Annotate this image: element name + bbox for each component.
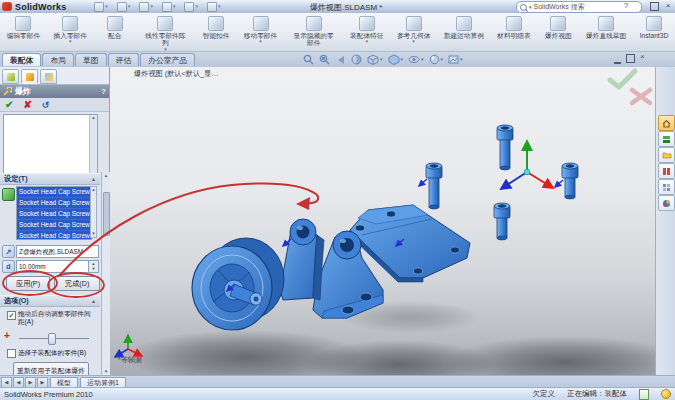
ribbon-button-new-motion-study[interactable]: 新建运动算例 [437, 15, 491, 40]
screw-part-4[interactable] [494, 203, 510, 240]
save-button[interactable]: ▾ [139, 2, 153, 12]
zoom-area-button[interactable] [319, 54, 330, 65]
motion-study-tab[interactable]: 运动算例1 [80, 377, 126, 388]
settings-section-header[interactable]: 设定(T) ▲ [0, 173, 100, 185]
view-palette-button[interactable] [658, 179, 675, 195]
autospace-checkbox[interactable]: ✓ [7, 311, 16, 320]
file-explorer-button[interactable] [658, 147, 675, 163]
done-button[interactable]: 完成(D) [54, 276, 100, 291]
zoom-fit-button[interactable] [303, 54, 314, 65]
document-minimize-button[interactable] [614, 53, 621, 64]
ribbon-button-show-hidden-components[interactable]: 显示隐藏的零部件 [284, 15, 343, 48]
spacing-slider-thumb[interactable] [48, 333, 56, 345]
ribbon-button-mate[interactable]: 配合 [94, 15, 136, 40]
section-view-button[interactable] [351, 54, 362, 65]
components-to-explode-list[interactable]: Socket Head Cap Screw Socket Head Cap Sc… [16, 186, 92, 240]
display-style-button[interactable]: ▾ [388, 54, 404, 65]
prev-tab-button[interactable]: ◀ [13, 377, 24, 388]
explode-steps-box[interactable]: ▲ [3, 114, 98, 174]
first-tab-button[interactable]: ◀ [1, 377, 12, 388]
solidworks-resources-button[interactable] [658, 115, 675, 131]
ribbon-button-insert-component[interactable]: 插入零部件▾ [47, 15, 94, 44]
tab-layout[interactable]: 布局 [42, 53, 74, 66]
cancel-button[interactable]: ✘ [23, 100, 31, 110]
configuration-tab[interactable] [40, 69, 57, 84]
next-tab-button[interactable]: ▶ [25, 377, 36, 388]
screw-part-2[interactable] [426, 163, 442, 209]
tab-office-products[interactable]: 办公室产品 [140, 53, 195, 66]
edit-appearance-button[interactable]: ▾ [429, 54, 444, 65]
ok-button[interactable]: ✔ [5, 100, 13, 110]
screw-part-3[interactable] [562, 163, 578, 199]
search-pane-button[interactable] [658, 163, 675, 179]
tab-evaluate[interactable]: 评估 [108, 53, 140, 66]
undo-button[interactable]: ▾ [184, 2, 198, 12]
ribbon-button-edit-component[interactable]: 编辑零部件 [0, 15, 47, 40]
list-item[interactable]: Socket Head Cap Screw [17, 198, 91, 209]
tab-sketch[interactable]: 草图 [75, 53, 107, 66]
collapse-icon[interactable]: ▲ [91, 298, 96, 304]
list-item[interactable]: Socket Head Cap Screw [17, 231, 91, 240]
distance-spinner[interactable]: ▲ ▼ [88, 260, 99, 273]
scroll-up-icon[interactable]: ▲ [91, 115, 95, 120]
ribbon-button-assembly-features[interactable]: 装配体特征▾ [343, 15, 390, 44]
scrollbar-thumb[interactable] [103, 192, 110, 236]
new-document-button[interactable]: ▾ [94, 2, 108, 12]
document-restore-button[interactable] [626, 54, 635, 63]
ribbon-button-smart-fasteners[interactable]: 智能扣件 [195, 15, 237, 40]
scroll-down-icon[interactable]: ▼ [91, 231, 96, 237]
tab-assembly[interactable]: 装配体 [2, 53, 41, 66]
previous-view-button[interactable] [335, 54, 346, 65]
restore-button[interactable] [649, 1, 659, 10]
list-item[interactable]: Socket Head Cap Screw [17, 187, 91, 198]
appearances-scenes-button[interactable] [658, 195, 675, 211]
ribbon-button-linear-pattern[interactable]: 线性零部件阵列▾ [136, 15, 195, 52]
steps-scrollbar[interactable]: ▲ [89, 115, 97, 173]
feature-tree-tab[interactable] [2, 69, 19, 84]
ribbon-button-move-component[interactable]: 移动零部件▾ [237, 15, 284, 44]
panel-help-button[interactable]: ? [101, 87, 106, 96]
select-button[interactable]: ▾ [207, 2, 221, 12]
last-tab-button[interactable]: ▶ [37, 377, 48, 388]
hide-show-items-button[interactable]: ▾ [408, 54, 424, 65]
list-item[interactable]: Socket Head Cap Screw [17, 209, 91, 220]
wheel-part[interactable] [192, 238, 284, 330]
subassembly-checkbox[interactable] [7, 349, 16, 358]
quick-tip-icon[interactable] [661, 389, 671, 399]
design-library-button[interactable] [658, 131, 675, 147]
list-item[interactable]: Socket Head Cap Screw [17, 220, 91, 231]
scroll-down-icon[interactable]: ▼ [102, 368, 110, 375]
apply-button[interactable]: 应用(P) [6, 276, 50, 291]
document-close-button[interactable]: × [640, 52, 645, 64]
explode-distance-field[interactable]: 10.00mm [16, 260, 90, 273]
model-tab[interactable]: 模型 [50, 377, 78, 388]
help-button[interactable]: ? [621, 1, 631, 10]
explode-direction-field[interactable]: Z@爆炸视图.SLDASM [16, 245, 99, 258]
spacing-decrease-icon[interactable]: + [4, 330, 10, 341]
list-scrollbar[interactable]: ▲ ▼ [90, 186, 97, 238]
options-section-header[interactable]: 选项(O) ▲ [0, 295, 100, 307]
search-input[interactable]: SolidWorks 搜索 [534, 2, 585, 12]
scroll-up-icon[interactable]: ▲ [91, 187, 96, 193]
spin-down-icon[interactable]: ▼ [92, 267, 96, 272]
ribbon-button-instant3d[interactable]: Instant3D [633, 15, 675, 40]
ribbon-button-reference-geometry[interactable]: 参考几何体▾ [390, 15, 437, 44]
open-button[interactable]: ▾ [117, 2, 131, 12]
scroll-up-icon[interactable]: ▲ [102, 172, 110, 179]
instant3d-icon [646, 16, 662, 31]
screw-part-1[interactable] [497, 125, 513, 170]
print-button[interactable]: ▾ [162, 2, 176, 12]
minimize-button[interactable] [635, 1, 645, 10]
property-manager-tab[interactable] [21, 69, 38, 84]
bracket-part-1[interactable] [280, 219, 324, 300]
ribbon-button-exploded-view[interactable]: 爆炸视图 [537, 15, 579, 40]
apply-scene-button[interactable]: ▾ [448, 54, 463, 65]
ribbon-button-explode-line-sketch[interactable]: 爆炸直线草图 [579, 15, 633, 40]
undo-button[interactable]: ↺ [42, 100, 50, 110]
graphics-viewport[interactable]: 爆炸视图 (默认<默认_显… [110, 67, 655, 375]
close-button[interactable]: × [663, 1, 673, 10]
collapse-icon[interactable]: ▲ [91, 176, 96, 182]
panel-scrollbar[interactable]: ▲ ▼ [101, 172, 110, 375]
view-orientation-button[interactable]: ▾ [367, 54, 383, 65]
ribbon-button-bill-of-materials[interactable]: 材料明细表 [491, 15, 538, 40]
